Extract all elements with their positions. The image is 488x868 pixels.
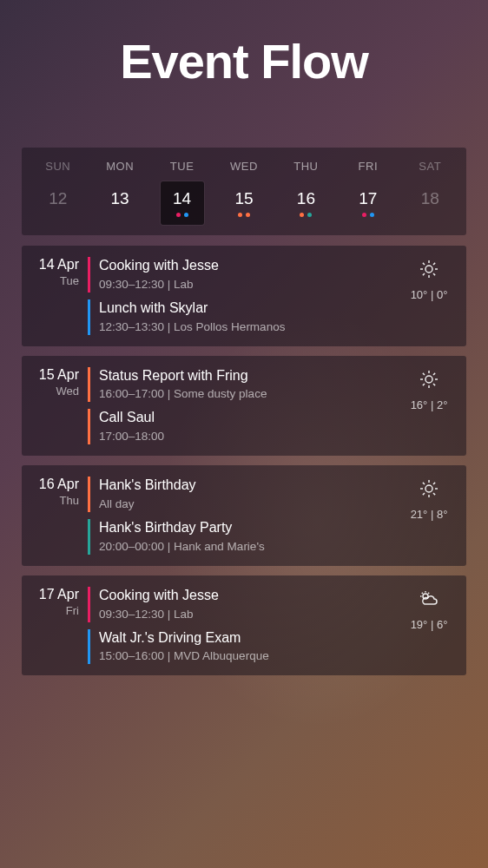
day-abbr: MON (106, 160, 134, 173)
events-column: Hank's BirthdayAll dayHank's Birthday Pa… (88, 477, 402, 555)
svg-line-24 (433, 493, 435, 495)
svg-line-15 (433, 384, 435, 385)
event-item[interactable]: Lunch with Skylar12:30–13:30 | Los Pollo… (88, 299, 402, 335)
events-column: Status Report with Fring16:00–17:00 | So… (88, 367, 402, 445)
svg-line-8 (433, 263, 435, 265)
svg-line-16 (423, 384, 425, 385)
events-column: Cooking with Jesse09:30–12:30 | LabWalt … (88, 587, 402, 665)
day-abbr: TUE (170, 160, 195, 173)
weather-temp: 16° | 2° (411, 398, 448, 411)
day-card[interactable]: 14 AprTueCooking with Jesse09:30–12:30 |… (22, 246, 466, 346)
event-meta: All day (99, 497, 402, 510)
event-dot (246, 213, 250, 217)
svg-line-31 (428, 593, 429, 594)
event-meta: 12:30–13:30 | Los Pollos Hermanos (99, 320, 402, 333)
event-dots (176, 213, 188, 217)
day-abbr: FRI (359, 160, 378, 173)
svg-line-7 (423, 273, 425, 275)
day-number: 13 (111, 189, 129, 208)
day-cell[interactable]: 18 (408, 181, 452, 225)
event-item[interactable]: Call Saul17:00–18:00 (88, 409, 402, 444)
day-column[interactable]: SUN12 (27, 160, 89, 225)
event-item[interactable]: Hank's Birthday Party20:00–00:00 | Hank … (88, 519, 402, 555)
event-meta: 15:00–16:00 | MVD Albuquerque (99, 649, 402, 662)
svg-point-0 (425, 266, 432, 273)
day-card[interactable]: 16 AprThuHank's BirthdayAll dayHank's Bi… (22, 465, 466, 566)
event-dots (362, 213, 374, 217)
date-label: 15 Apr (34, 367, 79, 383)
event-title: Hank's Birthday Party (99, 519, 402, 537)
day-abbr: WED (230, 160, 258, 173)
event-meta: 09:30–12:30 | Lab (99, 278, 402, 291)
events-column: Cooking with Jesse09:30–12:30 | LabLunch… (88, 257, 402, 335)
svg-line-17 (433, 372, 435, 374)
event-dot (307, 213, 312, 217)
event-dot (300, 213, 304, 217)
day-column[interactable]: TUE14 (151, 160, 213, 225)
dow-label: Fri (34, 604, 79, 617)
event-title: Hank's Birthday (99, 477, 402, 495)
weather-temp: 21° | 8° (411, 508, 448, 521)
svg-line-30 (422, 593, 423, 594)
event-dots (300, 213, 312, 217)
event-dot (176, 213, 181, 217)
svg-line-6 (433, 273, 435, 275)
day-number: 18 (421, 189, 439, 208)
day-cell[interactable]: 14 (161, 181, 204, 225)
day-number: 17 (359, 189, 377, 208)
weather-column: 10° | 0° (402, 257, 456, 335)
event-item[interactable]: Cooking with Jesse09:30–12:30 | Lab (88, 587, 402, 622)
event-dots (238, 213, 250, 217)
weather-temp: 10° | 0° (411, 288, 448, 301)
event-item[interactable]: Cooking with Jesse09:30–12:30 | Lab (88, 257, 402, 293)
day-number: 14 (173, 189, 191, 208)
dow-label: Thu (34, 494, 79, 507)
app-title: Event Flow (0, 33, 488, 89)
date-label: 16 Apr (34, 477, 79, 492)
day-cell[interactable]: 12 (36, 181, 80, 225)
weather-column: 21° | 8° (402, 477, 456, 555)
week-row: SUN12MON13TUE14WED15THU16FRI17SAT18 (22, 148, 466, 235)
weather-temp: 19° | 6° (411, 618, 448, 631)
event-title: Cooking with Jesse (99, 587, 402, 605)
svg-line-25 (423, 493, 425, 495)
event-title: Call Saul (99, 409, 402, 427)
day-card[interactable]: 15 AprWedStatus Report with Fring16:00–1… (22, 356, 466, 457)
day-abbr: SAT (419, 160, 441, 173)
sun-icon (419, 259, 439, 283)
dow-label: Tue (34, 274, 79, 287)
day-number: 15 (234, 189, 253, 208)
date-label: 17 Apr (34, 587, 79, 602)
day-column[interactable]: WED15 (213, 160, 274, 225)
event-meta: 20:00–00:00 | Hank and Marie's (99, 540, 402, 553)
event-meta: 09:30–12:30 | Lab (99, 608, 402, 621)
day-abbr: SUN (45, 160, 70, 173)
svg-line-26 (433, 483, 435, 484)
day-cell[interactable]: 15 (222, 181, 266, 225)
event-title: Lunch with Skylar (99, 299, 402, 318)
sun-cloud-icon (419, 589, 439, 613)
dow-label: Wed (34, 385, 79, 398)
day-cell[interactable]: 16 (284, 181, 327, 225)
day-column[interactable]: MON13 (89, 160, 150, 225)
day-number: 12 (49, 189, 67, 208)
event-item[interactable]: Status Report with Fring16:00–17:00 | So… (88, 367, 402, 403)
event-item[interactable]: Hank's BirthdayAll day (88, 477, 402, 512)
event-dot (362, 213, 366, 217)
day-card[interactable]: 17 AprFriCooking with Jesse09:30–12:30 |… (22, 575, 466, 676)
day-abbr: THU (293, 160, 318, 173)
date-column: 15 AprWed (34, 367, 88, 445)
weather-column: 19° | 6° (402, 587, 456, 665)
event-title: Walt Jr.'s Driving Exam (99, 629, 402, 648)
event-title: Status Report with Fring (99, 367, 402, 385)
day-column[interactable]: THU16 (275, 160, 337, 225)
event-item[interactable]: Walt Jr.'s Driving Exam15:00–16:00 | MVD… (88, 629, 402, 665)
svg-line-23 (423, 483, 425, 484)
day-cell[interactable]: 13 (98, 181, 142, 225)
svg-line-5 (423, 263, 425, 265)
day-column[interactable]: SAT18 (399, 160, 461, 225)
day-column[interactable]: FRI17 (337, 160, 399, 225)
date-column: 17 AprFri (34, 587, 88, 665)
date-column: 14 AprTue (34, 257, 88, 335)
day-cell[interactable]: 17 (346, 181, 390, 225)
